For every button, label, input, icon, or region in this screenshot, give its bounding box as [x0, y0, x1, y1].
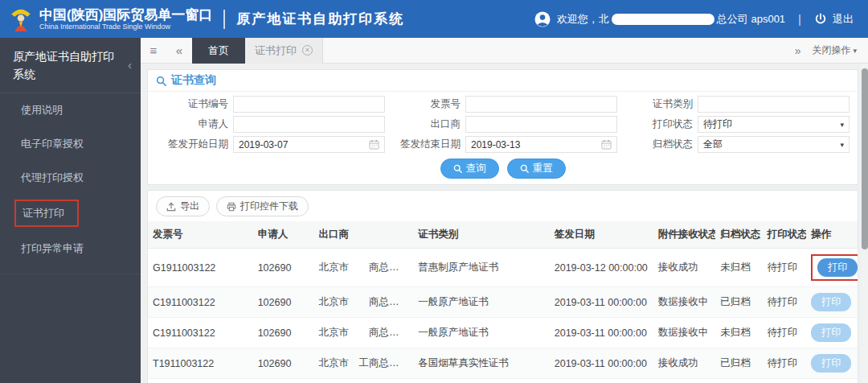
user-avatar-icon	[534, 11, 551, 27]
field-exporter: 出口商	[388, 115, 617, 134]
scrollbar-thumb[interactable]	[862, 68, 868, 249]
archive-status-select[interactable]: 全部 ▾	[698, 136, 850, 153]
print-control-download-button[interactable]: 打印控件下载	[216, 196, 309, 216]
header-actions: 操作	[806, 221, 858, 249]
app-window: 中国(陕西)国际贸易单一窗口 China International Trade…	[0, 0, 868, 383]
query-title-label: 证书查询	[171, 73, 216, 88]
printer-icon	[227, 202, 236, 212]
tab-certificate-print[interactable]: 证书打印 ×	[245, 38, 323, 64]
header-print-status: 打印状态	[763, 221, 807, 249]
print-button[interactable]: 打印	[811, 323, 851, 342]
content-area: 证书查询 证书编号 发票号 证书类别	[141, 64, 868, 383]
print-button[interactable]: 打印	[811, 293, 851, 311]
print-status-value: 待打印	[703, 117, 732, 131]
tab-close-icon[interactable]: ×	[302, 45, 313, 56]
cell-cert-type: 中国-智利自贸区原产地证书	[413, 379, 550, 383]
close-operations-label: 关闭操作	[812, 44, 850, 56]
power-icon	[814, 13, 827, 26]
header-attachment-receive-status: 附件接收状态	[653, 221, 716, 249]
cell-receive-status: 接收成功	[653, 249, 716, 287]
table-row: G1911003122102690北京市 商总公司普惠制原产地证书2019-03…	[148, 249, 858, 287]
welcome-text: 欢迎您，北总公司 aps001	[557, 12, 785, 27]
single-window-logo-icon	[10, 6, 32, 32]
cell-archive-status: 已归档	[715, 287, 762, 318]
cell-action: 打印	[806, 287, 858, 318]
reset-button[interactable]: 重置	[507, 159, 566, 179]
redacted-company-name	[612, 14, 714, 25]
cell-print-status: 待打印	[763, 249, 807, 287]
brand: 中国(陕西)国际贸易单一窗口 China International Trade…	[0, 6, 212, 32]
cell-invoice: T1911003122	[148, 348, 253, 379]
sidebar-item-agent-print-authorization[interactable]: 代理打印授权	[0, 161, 141, 195]
cell-print-status: 待打印	[763, 348, 807, 379]
tab-label: 证书打印	[255, 43, 297, 58]
sidebar: 原产地证书自助打印系统 ‹ 使用说明 电子印章授权 代理打印授权 证书打印 打印…	[0, 38, 141, 383]
cell-archive-status: 已归档	[715, 379, 762, 383]
table-header-row: 发票号 申请人 出口商 证书类别 签发日期 附件接收状态 归档状态 打印状态 操…	[148, 221, 858, 249]
cert-type-input[interactable]	[698, 96, 850, 113]
search-button[interactable]: 查询	[440, 159, 499, 179]
invoice-no-input[interactable]	[465, 96, 617, 113]
tab-bar-right: » 关闭操作▾	[795, 43, 868, 57]
cell-archive-status: 未归档	[715, 249, 762, 287]
tab-home[interactable]: 首页	[192, 38, 245, 64]
exporter-input[interactable]	[465, 116, 617, 133]
results-toolbar: 导出 打印控件下载	[148, 191, 858, 221]
field-start-date: 签发开始日期 2019-03-07	[156, 135, 385, 154]
applicant-label: 申请人	[156, 117, 233, 131]
sidebar-item-usage-instructions[interactable]: 使用说明	[0, 93, 141, 127]
search-icon	[156, 76, 166, 86]
cell-receive-status: 接收成功	[653, 348, 716, 379]
query-panel-title: 证书查询	[148, 70, 858, 92]
field-invoice-no: 发票号	[388, 95, 617, 113]
start-date-label: 签发开始日期	[156, 138, 233, 151]
cell-date: 2019-03-11 00:00:00	[550, 318, 653, 348]
field-archive-status: 归档状态 全部 ▾	[620, 135, 850, 154]
header-cert-type: 证书类别	[413, 221, 550, 249]
cell-applicant: 102690	[253, 249, 314, 287]
applicant-input[interactable]	[233, 116, 385, 133]
logout-button[interactable]: 退出	[814, 12, 854, 27]
results-table: 发票号 申请人 出口商 证书类别 签发日期 附件接收状态 归档状态 打印状态 操…	[148, 221, 858, 383]
scroll-tabs-left-icon[interactable]: «	[166, 43, 192, 57]
scrollbar-track[interactable]	[862, 64, 868, 383]
cell-applicant: 102690	[253, 287, 314, 318]
cell-invoice: C1911003122	[148, 287, 253, 318]
menu-toggle-icon[interactable]: ≡	[141, 43, 166, 57]
export-icon	[166, 202, 176, 212]
sidebar-item-eseal-authorization[interactable]: 电子印章授权	[0, 127, 141, 161]
export-button[interactable]: 导出	[156, 196, 210, 216]
cert-no-input[interactable]	[233, 96, 385, 113]
close-operations-dropdown[interactable]: 关闭操作▾	[812, 43, 857, 57]
chevron-down-icon: ▾	[840, 141, 844, 149]
cell-date: 2019-03-11 00:00:00	[550, 348, 653, 379]
header-applicant: 申请人	[253, 221, 314, 249]
search-icon	[520, 164, 529, 173]
sidebar-item-certificate-print[interactable]: 证书打印	[0, 195, 141, 232]
cell-exporter: 北京市 商总公司	[314, 318, 414, 348]
sidebar-item-label: 代理打印授权	[21, 171, 84, 183]
start-date-input[interactable]: 2019-03-07	[233, 136, 385, 153]
cell-date: 2019-03-08 00:00:00	[550, 379, 653, 383]
cell-exporter: 北京市 工商总公司	[314, 348, 414, 379]
cell-receive-status: 接收成功	[653, 379, 716, 383]
end-date-input[interactable]: 2019-03-13	[465, 136, 617, 153]
cell-action: 打印	[806, 249, 858, 287]
cell-archive-status: 未归档	[715, 318, 762, 348]
field-applicant: 申请人	[156, 115, 385, 134]
print-button[interactable]: 打印	[817, 258, 858, 277]
cell-action: 打印	[806, 348, 858, 379]
sidebar-item-label: 使用说明	[21, 104, 63, 116]
sidebar-collapse-icon[interactable]: ‹	[128, 56, 132, 75]
table-row: C1911003122102690北京市 商总公司一般原产地证书2019-03-…	[148, 287, 858, 318]
scroll-tabs-right-icon[interactable]: »	[795, 44, 801, 57]
print-button[interactable]: 打印	[811, 354, 851, 373]
header-user-area: 欢迎您，北总公司 aps001 | 退出	[534, 11, 868, 27]
cell-applicant: 102690	[253, 379, 314, 383]
sidebar-item-print-exception-request[interactable]: 打印异常申请	[0, 232, 141, 266]
query-form: 证书编号 发票号 证书类别 申请人	[148, 92, 858, 155]
cell-exporter: 北京市 工商总公司	[314, 379, 414, 383]
print-control-download-label: 打印控件下载	[240, 200, 298, 213]
print-status-select[interactable]: 待打印 ▾	[698, 116, 850, 133]
cell-date: 2019-03-11 00:00:00	[550, 287, 653, 318]
